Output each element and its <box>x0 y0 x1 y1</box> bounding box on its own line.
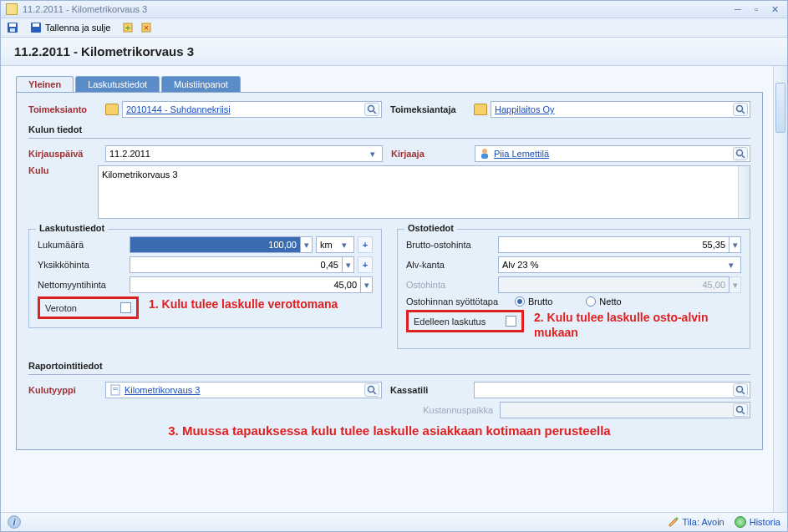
plus-button[interactable]: + <box>358 236 373 253</box>
chevron-down-icon[interactable]: ▾ <box>725 260 737 271</box>
status-history[interactable]: Historia <box>735 516 780 528</box>
svg-rect-18 <box>113 388 118 388</box>
unit-price-input[interactable]: 0,45 <box>130 256 343 273</box>
page-title: 11.2.2011 - Kilometrikorvaus 3 <box>1 38 787 66</box>
tab-general[interactable]: Yleinen <box>16 76 74 92</box>
statusbar: i Tila: Avoin Historia <box>1 512 787 531</box>
radio-icon <box>586 296 596 307</box>
window-title: 11.2.2011 - Kilometrikorvaus 3 <box>23 4 727 14</box>
delete-button[interactable]: × <box>140 21 153 34</box>
recorder-field[interactable]: Piia Lemettilä <box>475 145 750 162</box>
date-input[interactable]: 11.2.2011 ▾ <box>105 145 383 162</box>
search-icon[interactable] <box>733 103 748 116</box>
purchase-legend: Ostotiedot <box>404 223 457 233</box>
annotation-2: 2. Kulu tulee laskulle osto-alvin mukaan <box>534 310 741 340</box>
recorder-link[interactable]: Piia Lemettilä <box>494 149 549 159</box>
search-icon[interactable] <box>733 403 748 417</box>
client-label: Toimeksiantaja <box>390 104 474 114</box>
svg-rect-19 <box>113 389 118 390</box>
rebill-checkbox[interactable] <box>506 316 516 327</box>
svg-line-21 <box>374 392 376 394</box>
scrollbar[interactable] <box>738 166 750 218</box>
svg-rect-1 <box>9 23 16 27</box>
maximize-button[interactable]: ▫ <box>749 3 764 15</box>
netto-radio[interactable]: Netto <box>586 296 621 307</box>
purchase-fieldset: Ostotiedot Brutto-ostohinta 55,35 ▾ Alv-… <box>397 229 750 349</box>
scrollbar-thumb[interactable] <box>775 83 785 133</box>
svg-rect-2 <box>10 28 15 32</box>
gross-input[interactable]: 55,35 <box>498 236 730 253</box>
save-button[interactable] <box>6 21 19 34</box>
assignment-label: Toimeksianto <box>28 104 105 114</box>
brutto-radio[interactable]: Brutto <box>515 296 552 307</box>
search-icon[interactable] <box>733 147 748 160</box>
vertical-scrollbar[interactable] <box>773 66 787 512</box>
svg-line-12 <box>742 111 745 114</box>
toolbar: Tallenna ja sulje + × <box>1 18 787 38</box>
vat-label: Alv-kanta <box>406 260 498 270</box>
taxfree-checkbox[interactable] <box>120 302 131 313</box>
svg-point-20 <box>369 387 374 393</box>
globe-icon <box>735 516 746 528</box>
qty-unit[interactable]: km▾ <box>316 236 354 253</box>
vat-select[interactable]: Alv 23 %▾ <box>498 256 741 273</box>
tab-billing[interactable]: Laskutustiedot <box>75 76 160 92</box>
billing-fieldset: Laskutustiedot Lukumäärä 100,00 ▾ km▾ + … <box>28 229 382 328</box>
qty-input[interactable]: 100,00 <box>130 236 301 253</box>
svg-point-13 <box>482 149 487 154</box>
acct-field[interactable] <box>474 382 750 398</box>
chevron-down-icon[interactable]: ▾ <box>343 256 354 273</box>
chevron-down-icon[interactable]: ▾ <box>338 240 350 251</box>
price-input: 45,00 <box>498 276 730 293</box>
svg-line-16 <box>742 155 745 158</box>
cc-field <box>500 402 750 418</box>
svg-rect-14 <box>481 154 488 159</box>
new-button[interactable]: + <box>121 21 135 34</box>
radio-icon <box>515 296 525 307</box>
document-icon <box>109 384 121 396</box>
plus-button[interactable]: + <box>358 256 373 273</box>
folder-icon <box>105 104 119 115</box>
status-state[interactable]: Tila: Avoin <box>668 516 724 528</box>
billing-legend: Laskutustiedot <box>36 223 108 233</box>
chevron-down-icon[interactable]: ▾ <box>367 149 379 160</box>
date-label: Kirjauspäivä <box>28 149 105 159</box>
info-icon[interactable]: i <box>8 515 21 529</box>
svg-point-22 <box>737 387 743 393</box>
close-button[interactable]: ✕ <box>767 3 782 15</box>
chevron-down-icon[interactable]: ▾ <box>730 236 741 253</box>
svg-line-10 <box>374 111 376 114</box>
client-field[interactable]: Happilaitos Oy <box>491 101 750 118</box>
annotation-3: 3. Muussa tapauksessa kulu tulee laskull… <box>28 423 750 438</box>
search-icon[interactable] <box>364 103 379 116</box>
search-icon[interactable] <box>364 383 379 397</box>
svg-line-25 <box>742 412 745 414</box>
client-link[interactable]: Happilaitos Oy <box>495 104 555 114</box>
svg-text:×: × <box>144 23 149 33</box>
chevron-down-icon[interactable]: ▾ <box>361 276 373 293</box>
gross-label: Brutto-ostohinta <box>406 240 498 250</box>
expense-textarea[interactable]: Kilometrikorvaus 3 <box>98 165 750 219</box>
type-field[interactable]: Kilometrikorvaus 3 <box>105 382 382 398</box>
pencil-icon <box>668 516 679 528</box>
net-label: Nettomyyntihinta <box>38 280 130 290</box>
svg-line-23 <box>742 392 745 394</box>
svg-point-24 <box>737 407 743 413</box>
rebill-label: Edelleen laskutus <box>414 317 506 327</box>
folder-icon <box>474 104 487 115</box>
tabs: Yleinen Laskutustiedot Muistiinpanot <box>16 76 763 92</box>
chevron-down-icon[interactable]: ▾ <box>301 236 313 253</box>
qty-label: Lukumäärä <box>38 240 130 250</box>
assignment-link[interactable]: 2010144 - Suhdannekriisi <box>126 104 231 114</box>
taxfree-highlight: Veroton <box>38 296 139 319</box>
content-wrap: Yleinen Laskutustiedot Muistiinpanot Toi… <box>1 66 787 512</box>
search-icon[interactable] <box>733 383 748 397</box>
svg-point-11 <box>737 106 743 112</box>
tab-notes[interactable]: Muistiinpanot <box>161 76 241 92</box>
save-and-close-button[interactable]: Tallenna ja sulje <box>24 21 116 34</box>
assignment-field[interactable]: 2010144 - Suhdannekriisi <box>122 101 382 118</box>
minimize-button[interactable]: ─ <box>730 3 745 15</box>
net-input[interactable]: 45,00 <box>130 276 361 293</box>
save-and-close-label: Tallenna ja sulje <box>45 23 110 33</box>
type-link[interactable]: Kilometrikorvaus 3 <box>125 385 200 395</box>
